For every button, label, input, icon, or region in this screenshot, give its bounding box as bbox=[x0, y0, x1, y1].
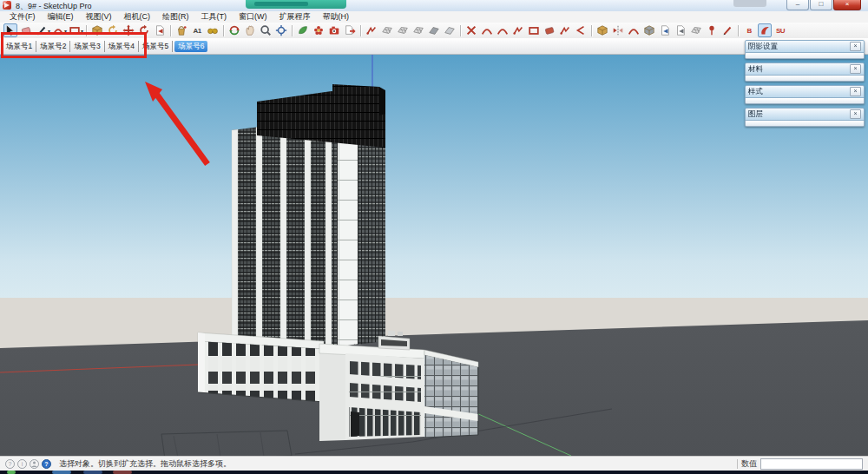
measurement-input[interactable] bbox=[760, 458, 863, 470]
solid-split-tool-icon[interactable] bbox=[542, 23, 556, 37]
look-around-tool-icon[interactable] bbox=[206, 23, 220, 37]
panel-header-3[interactable]: 图层× bbox=[745, 108, 865, 121]
toolbar-separator bbox=[360, 25, 361, 36]
panel-header-0[interactable]: 阴影设置× bbox=[745, 40, 865, 53]
panel-tray: 阴影设置×材料×样式×图层× bbox=[745, 40, 865, 130]
minimize-button[interactable]: – bbox=[786, 0, 809, 10]
match-photo-button-icon[interactable] bbox=[327, 23, 341, 37]
paint-bucket-tool-icon[interactable] bbox=[174, 23, 188, 37]
sky bbox=[0, 54, 868, 298]
solid-outer-shell-tool-icon[interactable] bbox=[464, 23, 478, 37]
title-bar[interactable]: 8、9# - SketchUp Pro –□× bbox=[0, 0, 868, 12]
pan-tool-icon[interactable] bbox=[243, 23, 257, 37]
photo-textures-button-icon[interactable] bbox=[312, 23, 326, 37]
polygon-tool-icon[interactable] bbox=[574, 23, 588, 37]
help-status-icon[interactable]: ? bbox=[42, 459, 51, 469]
panel-close-icon[interactable]: × bbox=[850, 64, 861, 74]
axes-pin-tool-icon[interactable] bbox=[705, 23, 719, 37]
drape-tool-icon[interactable] bbox=[427, 23, 441, 37]
panel-body-0 bbox=[745, 53, 865, 59]
scene-tab-6[interactable]: 场景号6 bbox=[174, 41, 207, 52]
windows-taskbar-sliver bbox=[0, 471, 868, 474]
components-button-icon[interactable] bbox=[689, 23, 703, 37]
toolbar-separator bbox=[738, 25, 739, 36]
panel-header-1[interactable]: 材料× bbox=[745, 63, 865, 76]
protractor-tool-icon[interactable] bbox=[627, 23, 641, 37]
solid-trim-tool-icon[interactable] bbox=[527, 23, 541, 37]
panel-close-icon[interactable]: × bbox=[850, 42, 861, 51]
stamp-tool-icon[interactable] bbox=[411, 23, 425, 37]
solid-union-tool-icon[interactable] bbox=[496, 23, 510, 37]
line-tool-dropdown[interactable]: ▾ bbox=[48, 28, 50, 34]
credits-status-icon[interactable]: i bbox=[17, 459, 27, 469]
copy-page-button-icon[interactable] bbox=[658, 23, 672, 37]
taskbar-app[interactable] bbox=[52, 471, 71, 474]
follow-me-tool-icon[interactable] bbox=[106, 23, 120, 37]
orbit-tool-icon[interactable] bbox=[227, 23, 241, 37]
smoove-tool-icon[interactable] bbox=[396, 23, 410, 37]
zoom-extents-tool-icon[interactable] bbox=[274, 23, 288, 37]
make-component-button-icon[interactable] bbox=[153, 23, 167, 37]
start-orb[interactable] bbox=[7, 471, 16, 474]
close-button[interactable]: × bbox=[833, 0, 861, 10]
taskbar-app-2[interactable] bbox=[83, 471, 102, 474]
solid-intersect-tool-icon[interactable] bbox=[480, 23, 494, 37]
panel-close-icon[interactable]: × bbox=[850, 109, 861, 119]
sandbox-from-contours-tool-icon[interactable] bbox=[365, 23, 378, 37]
maximize-button[interactable]: □ bbox=[810, 0, 832, 10]
menu-item-7[interactable]: 扩展程序 bbox=[273, 11, 317, 23]
toolbar-separator bbox=[223, 25, 224, 36]
taskbar-app-3[interactable] bbox=[113, 471, 132, 474]
sketchup-logo-icon bbox=[3, 1, 11, 10]
geolocation-status-icon[interactable]: ? bbox=[5, 459, 15, 469]
menu-item-0[interactable]: 文件(F) bbox=[3, 11, 42, 23]
scene-tab-3[interactable]: 场景号3 bbox=[70, 41, 104, 52]
rectangle-tool-icon[interactable] bbox=[68, 23, 82, 37]
menu-item-8[interactable]: 帮助(H) bbox=[317, 11, 356, 23]
dimension-tool-icon[interactable] bbox=[720, 23, 734, 37]
signin-status-icon[interactable] bbox=[30, 459, 39, 469]
sample-page-button-icon[interactable] bbox=[674, 23, 687, 37]
mirror-tool-icon[interactable] bbox=[611, 23, 625, 37]
rectangle-tool-dropdown[interactable]: ▾ bbox=[81, 28, 83, 34]
background-window-fragment bbox=[246, 0, 346, 9]
panel-body-3 bbox=[745, 121, 865, 127]
scene-tab-1[interactable]: 场景号1 bbox=[3, 41, 36, 52]
su-extension-button-icon[interactable]: SU bbox=[773, 23, 787, 37]
menu-item-2[interactable]: 视图(V) bbox=[80, 11, 118, 23]
select-tool-icon[interactable] bbox=[3, 23, 17, 37]
layout-button-icon[interactable]: B bbox=[742, 23, 756, 37]
sandbox-from-scratch-tool-icon[interactable] bbox=[380, 23, 394, 37]
panel-header-2[interactable]: 样式× bbox=[745, 85, 865, 98]
line-tool-icon[interactable] bbox=[35, 23, 49, 37]
panel-close-icon[interactable]: × bbox=[850, 87, 861, 96]
background-window-fragment-2 bbox=[733, 0, 766, 7]
arc-tool-dropdown[interactable]: ▾ bbox=[64, 28, 67, 34]
section-plane-tool-icon[interactable] bbox=[443, 23, 457, 37]
box-tool-icon[interactable] bbox=[595, 23, 609, 37]
solid-subtract-tool-icon[interactable] bbox=[511, 23, 525, 37]
menu-item-3[interactable]: 相机(C) bbox=[118, 11, 157, 23]
scene-tab-2[interactable]: 场景号2 bbox=[36, 41, 70, 52]
freehand-tool-icon[interactable] bbox=[558, 23, 572, 37]
zoom-tool-icon[interactable] bbox=[259, 23, 273, 37]
menu-item-4[interactable]: 绘图(R) bbox=[156, 11, 195, 23]
share-model-button-icon[interactable] bbox=[343, 23, 357, 37]
scene-tab-4[interactable]: 场景号4 bbox=[105, 41, 139, 52]
style-builder-button-icon[interactable] bbox=[758, 23, 772, 37]
window-controls: –□× bbox=[786, 0, 861, 10]
push-pull-tool-icon[interactable] bbox=[90, 23, 104, 37]
add-location-button-icon[interactable] bbox=[296, 23, 310, 37]
menu-item-6[interactable]: 窗口(W) bbox=[233, 11, 273, 23]
rotate-tool-icon[interactable] bbox=[137, 23, 151, 37]
menu-item-1[interactable]: 编辑(E) bbox=[42, 11, 80, 23]
text-tool-icon[interactable]: A1 bbox=[190, 23, 204, 37]
panel-title-0: 阴影设置 bbox=[748, 42, 778, 52]
viewport[interactable] bbox=[0, 54, 868, 456]
3d-box-button-icon[interactable] bbox=[642, 23, 656, 37]
scene-tab-5[interactable]: 场景号5 bbox=[139, 41, 173, 52]
menu-item-5[interactable]: 工具(T) bbox=[195, 11, 233, 23]
arc-tool-icon[interactable] bbox=[51, 23, 65, 37]
move-tool-icon[interactable] bbox=[122, 23, 135, 37]
eraser-tool-icon[interactable] bbox=[19, 23, 33, 37]
